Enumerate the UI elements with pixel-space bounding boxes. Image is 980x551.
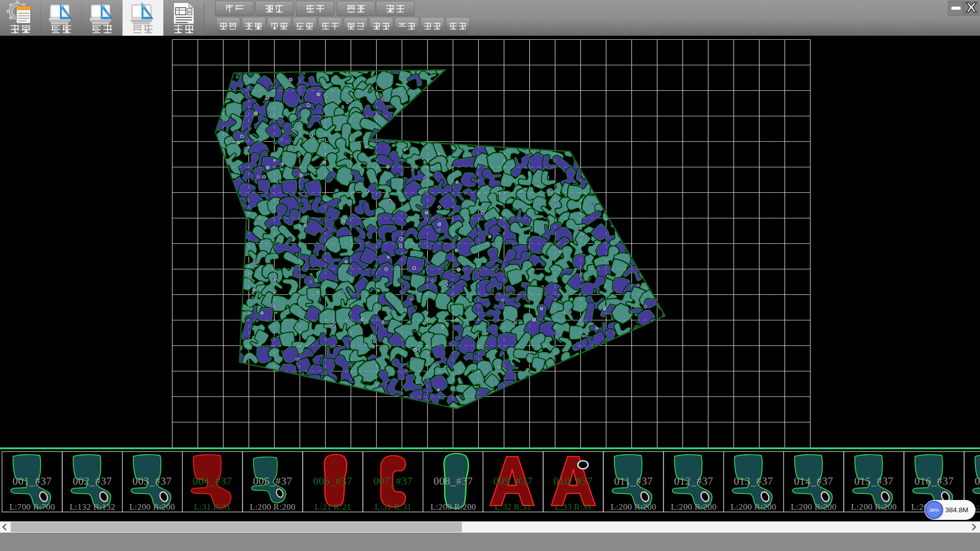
svg-text:017_#37: 017_#37 xyxy=(975,475,980,487)
svg-text:L:31 R:31: L:31 R:31 xyxy=(194,502,231,512)
svg-text:L:33 R:33: L:33 R:33 xyxy=(555,502,592,512)
svg-text:004_#37: 004_#37 xyxy=(193,475,232,487)
svg-text:L:200 R:200: L:200 R:200 xyxy=(430,502,476,512)
svg-text:013_#37: 013_#37 xyxy=(734,475,773,487)
svg-text:L:200 R:200: L:200 R:200 xyxy=(671,502,717,512)
svg-text:L:200 R:200: L:200 R:200 xyxy=(250,502,296,512)
svg-text:007_#37: 007_#37 xyxy=(374,475,413,487)
svg-text:L:31 R:31: L:31 R:31 xyxy=(375,502,411,512)
svg-text:L:200 R:200: L:200 R:200 xyxy=(129,502,175,512)
svg-text:384.8M: 384.8M xyxy=(945,506,968,514)
svg-text:008_#37: 008_#37 xyxy=(434,475,473,487)
svg-text:011_#37: 011_#37 xyxy=(614,475,653,487)
svg-text:001_#37: 001_#37 xyxy=(13,475,52,487)
svg-text:009_#37: 009_#37 xyxy=(494,475,533,487)
svg-text:L:700 R:700: L:700 R:700 xyxy=(9,502,55,512)
svg-text:002_#37: 002_#37 xyxy=(73,475,112,487)
svg-text:015_#37: 015_#37 xyxy=(854,475,894,487)
svg-text:005_#37: 005_#37 xyxy=(253,475,292,487)
svg-text:L:21 R:21: L:21 R:21 xyxy=(314,502,351,512)
svg-text:L:200 R:200: L:200 R:200 xyxy=(791,502,837,512)
svg-text:016_#37: 016_#37 xyxy=(915,475,954,487)
svg-text:L:132 R:132: L:132 R:132 xyxy=(69,502,115,512)
svg-text:014_#37: 014_#37 xyxy=(794,475,834,487)
svg-text:012_#37: 012_#37 xyxy=(674,475,714,487)
svg-text:L:200 R:200: L:200 R:200 xyxy=(610,502,656,512)
svg-text:003_#37: 003_#37 xyxy=(133,475,172,487)
svg-text:010_#37: 010_#37 xyxy=(554,475,593,487)
svg-text:38%: 38% xyxy=(929,507,939,513)
svg-text:L:32 R:31: L:32 R:31 xyxy=(495,502,531,512)
svg-text:L:200 R:200: L:200 R:200 xyxy=(851,502,897,512)
svg-text:L:200 R:200: L:200 R:200 xyxy=(730,502,776,512)
svg-text:006_#37: 006_#37 xyxy=(313,475,353,487)
